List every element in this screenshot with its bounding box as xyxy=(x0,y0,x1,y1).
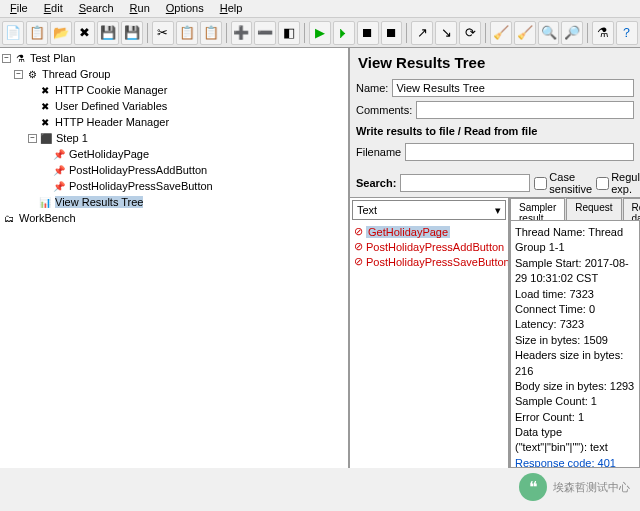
remote-shutdown-icon[interactable]: ⟳ xyxy=(459,21,481,45)
tab-response-data[interactable]: Response data xyxy=(623,198,641,220)
menu-file[interactable]: File xyxy=(2,0,36,17)
tab-sampler-result[interactable]: Sampler result xyxy=(510,198,565,220)
clearall-icon[interactable]: 🧹 xyxy=(514,21,536,45)
toggle-icon[interactable]: − xyxy=(2,54,11,63)
cookie-icon: ✖ xyxy=(38,83,52,97)
panel-title: View Results Tree xyxy=(350,48,640,77)
tab-request[interactable]: Request xyxy=(566,198,621,220)
tree-user-vars[interactable]: User Defined Variables xyxy=(55,100,167,112)
remote-start-icon[interactable]: ↗ xyxy=(411,21,433,45)
toggle-icon[interactable]: ◧ xyxy=(278,21,300,45)
menu-run[interactable]: Run xyxy=(122,0,158,17)
paste-icon[interactable]: 📋 xyxy=(200,21,222,45)
error-icon: ⊘ xyxy=(354,225,363,238)
tree-header-manager[interactable]: HTTP Header Manager xyxy=(55,116,169,128)
comments-input[interactable] xyxy=(416,101,634,119)
sampler-icon: 📌 xyxy=(52,179,66,193)
start-notimers-icon[interactable]: ⏵ xyxy=(333,21,355,45)
error-icon: ⊘ xyxy=(354,240,363,253)
search-label: Search: xyxy=(356,177,396,189)
result-item[interactable]: ⊘PostHolidayPressAddButton xyxy=(352,239,506,254)
toggle-icon[interactable]: − xyxy=(28,134,37,143)
chevron-down-icon: ▾ xyxy=(495,204,501,217)
open-icon[interactable]: 📂 xyxy=(50,21,72,45)
reset-search-icon[interactable]: 🔎 xyxy=(561,21,583,45)
start-icon[interactable]: ▶ xyxy=(309,21,331,45)
regex-checkbox[interactable] xyxy=(596,177,609,190)
search-input[interactable] xyxy=(400,174,530,192)
comments-label: Comments: xyxy=(356,104,412,116)
function-icon[interactable]: ⚗ xyxy=(592,21,614,45)
header-icon: ✖ xyxy=(38,115,52,129)
wechat-icon: ❝ xyxy=(519,473,547,501)
workbench-icon: 🗂 xyxy=(2,211,16,225)
menu-help[interactable]: Help xyxy=(212,0,251,17)
tree-postsave[interactable]: PostHolidayPressSaveButton xyxy=(69,180,213,192)
tree-test-plan[interactable]: Test Plan xyxy=(30,52,75,64)
write-results-header: Write results to file / Read from file xyxy=(350,121,640,141)
toolbar: 📄 📋 📂 ✖ 💾 💾 ✂ 📋 📋 ➕ ➖ ◧ ▶ ⏵ ⏹ ⏹ ↗ ↘ ⟳ 🧹 … xyxy=(0,18,640,48)
sampler-icon: 📌 xyxy=(52,147,66,161)
tree-getholiday[interactable]: GetHolidayPage xyxy=(69,148,149,160)
case-sensitive-checkbox[interactable] xyxy=(534,177,547,190)
menu-bar: File Edit Search Run Options Help xyxy=(0,0,640,18)
name-input[interactable] xyxy=(392,79,634,97)
testplan-icon: ⚗ xyxy=(13,51,27,65)
tree-step1[interactable]: Step 1 xyxy=(56,132,88,144)
search-icon[interactable]: 🔍 xyxy=(538,21,560,45)
controller-icon: ⬛ xyxy=(39,131,53,145)
menu-edit[interactable]: Edit xyxy=(36,0,71,17)
error-icon: ⊘ xyxy=(354,255,363,268)
vars-icon: ✖ xyxy=(38,99,52,113)
tree-postadd[interactable]: PostHolidayPressAddButton xyxy=(69,164,207,176)
tree-cookie-manager[interactable]: HTTP Cookie Manager xyxy=(55,84,167,96)
name-label: Name: xyxy=(356,82,388,94)
collapse-icon[interactable]: ➖ xyxy=(254,21,276,45)
stop-icon[interactable]: ⏹ xyxy=(357,21,379,45)
help-icon[interactable]: ？ xyxy=(616,21,638,45)
new-icon[interactable]: 📄 xyxy=(2,21,24,45)
sampler-icon: 📌 xyxy=(52,163,66,177)
filename-input[interactable] xyxy=(405,143,634,161)
shutdown-icon[interactable]: ⏹ xyxy=(381,21,403,45)
result-item[interactable]: ⊘PostHolidayPressSaveButton xyxy=(352,254,506,269)
filename-label: Filename xyxy=(356,146,401,158)
watermark: ❝ 埃森哲测试中心 xyxy=(519,473,630,501)
right-panel: View Results Tree Name: Comments: Write … xyxy=(350,48,640,468)
listener-icon: 📊 xyxy=(38,195,52,209)
threadgroup-icon: ⚙ xyxy=(25,67,39,81)
renderer-combo[interactable]: Text▾ xyxy=(352,200,506,220)
close-icon[interactable]: ✖ xyxy=(74,21,96,45)
saveas-icon[interactable]: 💾 xyxy=(121,21,143,45)
remote-stop-icon[interactable]: ↘ xyxy=(435,21,457,45)
templates-icon[interactable]: 📋 xyxy=(26,21,48,45)
clear-icon[interactable]: 🧹 xyxy=(490,21,512,45)
result-item[interactable]: ⊘GetHolidayPage xyxy=(352,224,506,239)
cut-icon[interactable]: ✂ xyxy=(152,21,174,45)
tree-view-results[interactable]: View Results Tree xyxy=(55,196,143,208)
sampler-result-text[interactable]: Thread Name: Thread Group 1-1Sample Star… xyxy=(510,220,640,468)
save-icon[interactable]: 💾 xyxy=(97,21,119,45)
copy-icon[interactable]: 📋 xyxy=(176,21,198,45)
test-plan-tree[interactable]: −⚗Test Plan −⚙Thread Group ✖HTTP Cookie … xyxy=(0,48,350,468)
toggle-icon[interactable]: − xyxy=(14,70,23,79)
menu-options[interactable]: Options xyxy=(158,0,212,17)
tree-workbench[interactable]: WorkBench xyxy=(19,212,76,224)
tree-thread-group[interactable]: Thread Group xyxy=(42,68,110,80)
menu-search[interactable]: Search xyxy=(71,0,122,17)
expand-icon[interactable]: ➕ xyxy=(231,21,253,45)
results-list-pane: Text▾ ⊘GetHolidayPage ⊘PostHolidayPressA… xyxy=(350,198,510,468)
result-tabs: Sampler result Request Response data xyxy=(510,198,640,220)
